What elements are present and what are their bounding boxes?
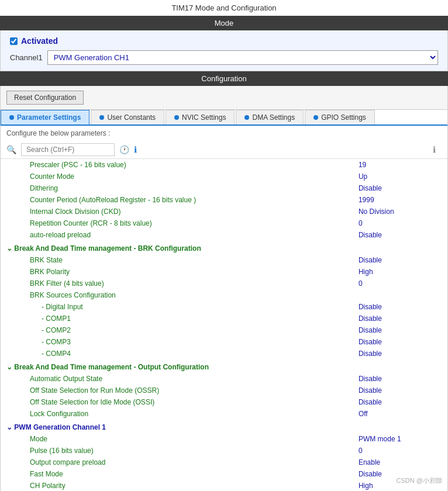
table-row: DitheringDisable (1, 182, 447, 194)
search-icon: 🔍 (6, 145, 16, 154)
param-name: Internal Clock Division (CKD) (1, 206, 353, 217)
tab-dot (174, 115, 179, 120)
param-value: 0 (353, 217, 447, 229)
info-circle-icon: ℹ (134, 145, 137, 154)
table-row: - COMP3Disable (1, 336, 447, 348)
param-value: Disable (353, 385, 447, 396)
config-header: Configuration (0, 71, 448, 86)
param-name: BRK Filter (4 bits value) (1, 278, 353, 289)
table-row: Pulse (16 bits value)0 (1, 445, 447, 457)
param-name: Fast Mode (1, 468, 353, 480)
group-label: ⌄ Break And Dead Time management - Outpu… (1, 359, 447, 373)
tab-dot (244, 115, 249, 120)
table-row: - COMP4Disable (1, 348, 447, 359)
param-name: - COMP4 (1, 348, 353, 359)
param-value: 0 (353, 278, 447, 289)
table-row: Counter ModeUp (1, 171, 447, 182)
param-value: No Division (353, 206, 447, 217)
param-name: BRK State (1, 254, 353, 266)
param-value: Disable (353, 373, 447, 385)
param-value: Disable (353, 336, 447, 348)
param-value: Disable (353, 301, 447, 313)
group-header-row: ⌄ Break And Dead Time management - BRK C… (1, 241, 447, 254)
param-name: Dithering (1, 182, 353, 194)
tab-dot (9, 115, 14, 120)
param-value: 0 (353, 445, 447, 457)
tab-dot (99, 115, 104, 120)
table-row: CH PolarityHigh (1, 480, 447, 491)
params-description: Configure the below parameters : (1, 126, 447, 141)
param-name: Pulse (16 bits value) (1, 445, 353, 457)
param-value: Disable (353, 313, 447, 324)
param-name: - COMP3 (1, 336, 353, 348)
tab-user-constants[interactable]: User Constants (91, 110, 164, 125)
param-name: BRK Sources Configuration (1, 289, 353, 301)
param-value: Disable (353, 396, 447, 408)
table-row: Lock ConfigurationOff (1, 408, 447, 420)
tab-gpio-settings[interactable]: GPIO Settings (305, 110, 375, 125)
param-name: - COMP1 (1, 313, 353, 324)
param-name: Lock Configuration (1, 408, 353, 420)
param-value: Disable (353, 229, 447, 241)
param-name: Off State Selection for Run Mode (OSSR) (1, 385, 353, 396)
param-name: - COMP2 (1, 324, 353, 336)
clock-icon: 🕐 (119, 145, 129, 154)
param-name: CH Polarity (1, 480, 353, 491)
param-name: Repetition Counter (RCR - 8 bits value) (1, 217, 353, 229)
table-row: Off State Selection for Idle Mode (OSSI)… (1, 396, 447, 408)
param-name: Mode (1, 433, 353, 445)
param-value: PWM mode 1 (353, 433, 447, 445)
channel-select[interactable]: PWM Generation CH1DisableOutput Compare … (47, 50, 438, 65)
param-value: Disable (353, 254, 447, 266)
param-name: BRK Polarity (1, 266, 353, 278)
param-value: Disable (353, 182, 447, 194)
table-row: BRK Filter (4 bits value)0 (1, 278, 447, 289)
table-row: BRK Sources Configuration (1, 289, 447, 301)
table-row: ModePWM mode 1 (1, 433, 447, 445)
tab-dot (313, 115, 318, 120)
param-value: 1999 (353, 194, 447, 206)
table-row: Automatic Output StateDisable (1, 373, 447, 385)
param-name: Automatic Output State (1, 373, 353, 385)
table-row: - Digital InputDisable (1, 301, 447, 313)
info-icon-right: ℹ (433, 145, 442, 154)
table-row: BRK PolarityHigh (1, 266, 447, 278)
parameters-table: Prescaler (PSC - 16 bits value)19Counter… (1, 159, 447, 491)
group-label: ⌄ Break And Dead Time management - BRK C… (1, 241, 447, 254)
param-value: 19 (353, 159, 447, 171)
param-value: Enable (353, 457, 447, 468)
table-row: Output compare preloadEnable (1, 457, 447, 468)
tab-dma-settings[interactable]: DMA Settings (236, 110, 304, 125)
table-row: Off State Selection for Run Mode (OSSR)D… (1, 385, 447, 396)
tab-parameter-settings[interactable]: Parameter Settings (1, 110, 89, 125)
reset-config-button[interactable]: Reset Configuration (6, 91, 84, 105)
param-name: Counter Mode (1, 171, 353, 182)
tab-nvic-settings[interactable]: NVIC Settings (166, 110, 235, 125)
param-name: - Digital Input (1, 301, 353, 313)
table-row: BRK StateDisable (1, 254, 447, 266)
table-row: Counter Period (AutoReload Register - 16… (1, 194, 447, 206)
table-row: Repetition Counter (RCR - 8 bits value)0 (1, 217, 447, 229)
table-row: Fast ModeDisable (1, 468, 447, 480)
param-value: Up (353, 171, 447, 182)
table-row: Internal Clock Division (CKD)No Division (1, 206, 447, 217)
channel-label: Channel1 (10, 53, 43, 62)
param-value: High (353, 266, 447, 278)
param-name: Counter Period (AutoReload Register - 16… (1, 194, 353, 206)
activated-checkbox[interactable] (10, 37, 18, 45)
table-row: auto-reload preloadDisable (1, 229, 447, 241)
table-row: - COMP2Disable (1, 324, 447, 336)
group-header-row: ⌄ PWM Generation Channel 1 (1, 420, 447, 433)
table-row: - COMP1Disable (1, 313, 447, 324)
search-input[interactable] (21, 143, 115, 156)
param-name: Prescaler (PSC - 16 bits value) (1, 159, 353, 171)
watermark: CSDN @小邪隙 (397, 476, 442, 485)
tabs-row: Parameter Settings User Constants NVIC S… (1, 110, 447, 126)
param-name: auto-reload preload (1, 229, 353, 241)
param-value: Disable (353, 324, 447, 336)
param-name: Off State Selection for Idle Mode (OSSI) (1, 396, 353, 408)
param-name: Output compare preload (1, 457, 353, 468)
page-title: TIM17 Mode and Configuration (0, 0, 448, 16)
param-value: Disable (353, 348, 447, 359)
group-header-row: ⌄ Break And Dead Time management - Outpu… (1, 359, 447, 373)
